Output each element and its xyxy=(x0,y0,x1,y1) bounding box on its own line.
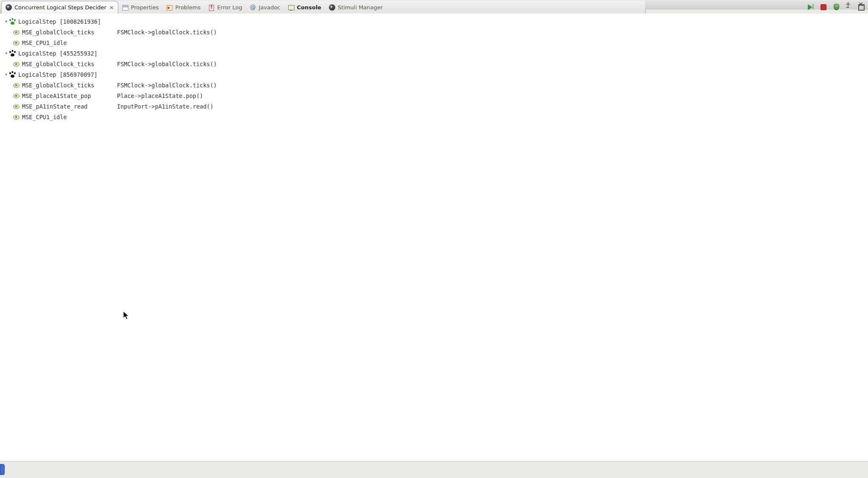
bottom-tab[interactable]: Console xyxy=(284,1,325,14)
notification-chip[interactable] xyxy=(0,464,5,475)
bottom-tabs: Concurrent Logical Steps Decider × Prope… xyxy=(0,0,645,14)
bottom-tab[interactable]: Concurrent Logical Steps Decider × xyxy=(1,1,118,14)
expand-arrow-icon[interactable] xyxy=(3,19,9,24)
step-icon xyxy=(13,113,21,120)
bottom-tab[interactable]: Stimuli Manager xyxy=(325,1,387,14)
bottom-tab[interactable]: Properties xyxy=(118,1,163,14)
logical-step-row[interactable]: MSE_globalClock_ticks FSMClock->globalCl… xyxy=(0,27,868,37)
logical-step-row[interactable]: LogicalStep [455255932] xyxy=(0,48,868,59)
logical-step-row[interactable]: LogicalStep [856970097] xyxy=(0,69,868,80)
tab-icon xyxy=(122,4,128,11)
logical-step-row[interactable]: MSE_CPU1_idle xyxy=(0,37,868,48)
step-icon xyxy=(9,50,17,57)
tab-icon xyxy=(250,4,256,11)
bottom-tab[interactable]: Javadoc xyxy=(246,1,284,14)
resume-icon[interactable] xyxy=(807,3,814,10)
step-icon xyxy=(13,103,21,110)
tab-icon xyxy=(329,4,335,11)
tab-icon xyxy=(288,4,294,11)
maximize-view-icon[interactable] xyxy=(858,3,865,10)
tab-icon xyxy=(166,4,172,11)
tab-icon xyxy=(6,4,12,11)
steps-decider-view: Concurrent Logical Steps Decider × Prope… xyxy=(0,0,645,125)
mouse-cursor xyxy=(123,311,130,320)
bottom-tab[interactable]: Problems xyxy=(162,1,204,14)
expand-arrow-icon[interactable] xyxy=(3,72,9,77)
minimize-view-icon[interactable] xyxy=(845,3,852,10)
logical-step-row[interactable]: MSE_placeA1State_pop Place->placeA1State… xyxy=(0,90,868,101)
close-icon[interactable]: × xyxy=(109,4,114,11)
tab-icon xyxy=(208,4,214,11)
expand-arrow-icon[interactable] xyxy=(3,50,9,56)
logical-step-row[interactable]: MSE_CPU1_idle xyxy=(0,112,868,122)
step-icon xyxy=(13,92,21,99)
bottom-tab[interactable]: Error Log xyxy=(204,1,246,14)
logical-step-row[interactable]: MSE_globalClock_ticks FSMClock->globalCl… xyxy=(0,59,868,69)
logical-step-row[interactable]: MSE_pA1inState_read InputPort->pA1inStat… xyxy=(0,101,868,112)
step-icon xyxy=(13,60,21,67)
step-icon xyxy=(9,71,17,78)
step-icon xyxy=(13,28,21,36)
logical-step-row[interactable]: LogicalStep [1008261936] xyxy=(0,16,868,27)
status-bar xyxy=(0,461,868,478)
step-icon xyxy=(9,18,17,25)
logical-step-row[interactable]: MSE_globalClock_ticks FSMClock->globalCl… xyxy=(0,80,868,90)
logical-steps-tree: LogicalStep [1008261936] MSE_globalClock… xyxy=(0,14,868,478)
step-icon xyxy=(13,81,21,89)
gemoc-studio-window: xDSML - platform:/resource/org.gemoc.sam… xyxy=(0,0,868,478)
stop-icon[interactable] xyxy=(820,3,826,10)
decider-mode-icon[interactable] xyxy=(832,3,839,10)
step-icon xyxy=(13,39,21,46)
